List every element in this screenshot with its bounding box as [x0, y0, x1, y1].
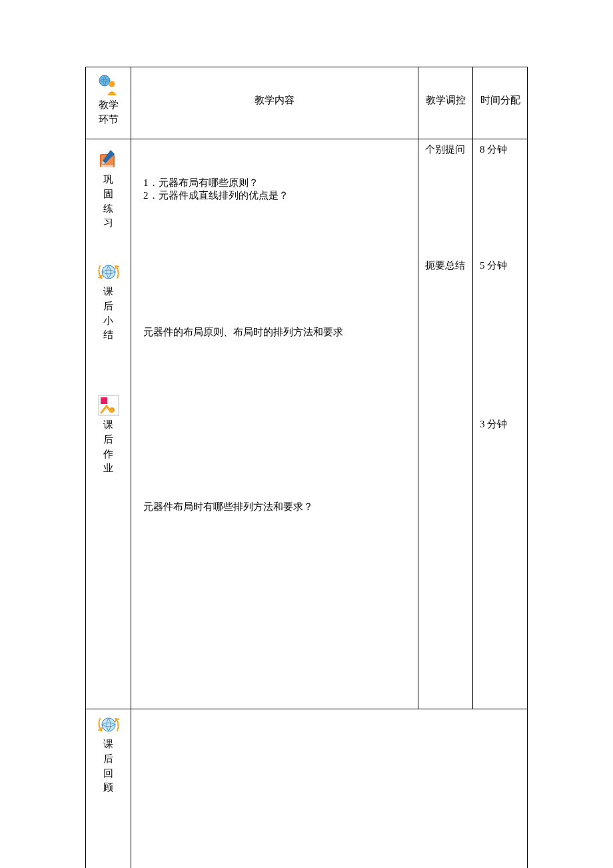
practice-label-3: 练	[89, 202, 128, 217]
review-row: 课 后 回 顾	[86, 709, 528, 869]
review-label-2: 后	[89, 752, 128, 767]
svg-point-1	[109, 81, 115, 87]
summary-content: 元器件的布局原则、布局时的排列方法和要求	[143, 326, 406, 339]
review-label-1: 课	[89, 737, 128, 752]
svg-rect-4	[101, 165, 113, 167]
svg-rect-7	[101, 397, 107, 404]
header-row: 教学环节 教学内容 教学调控 时间分配	[86, 67, 528, 139]
homework-label-2: 后	[89, 433, 128, 447]
homework-label-4: 业	[89, 461, 128, 476]
header-content-cell: 教学内容	[131, 67, 418, 139]
lesson-plan-table: 教学环节 教学内容 教学调控 时间分配	[85, 67, 528, 868]
practice-label-2: 固	[89, 187, 128, 202]
summary-control: 扼要总结	[425, 259, 466, 272]
practice-content-line2: 2．元器件成直线排列的优点是？	[143, 189, 406, 202]
main-control-cell: 个别提问 扼要总结	[418, 139, 473, 709]
review-content-cell	[131, 709, 528, 869]
header-stage-cell: 教学环节	[86, 67, 131, 139]
header-control-label: 教学调控	[426, 95, 466, 105]
summary-label-2: 后	[89, 299, 128, 314]
image-placeholder-icon	[97, 394, 120, 417]
main-content-cell: 1．元器布局有哪些原则？ 2．元器件成直线排列的优点是？ 元器件的布局原则、布局…	[131, 139, 418, 709]
homework-label-3: 作	[89, 447, 128, 462]
svg-point-0	[99, 75, 110, 86]
review-stage-cell: 课 后 回 顾	[86, 709, 131, 869]
homework-label-1: 课	[89, 418, 128, 433]
practice-content-line1: 1．元器布局有哪些原则？	[143, 177, 406, 189]
summary-label-1: 课	[89, 285, 128, 299]
main-time-cell: 8 分钟 5 分钟 3 分钟	[473, 139, 528, 709]
header-content-label: 教学内容	[255, 95, 295, 105]
practice-label-4: 习	[89, 216, 128, 231]
globe-person-icon	[97, 74, 120, 97]
svg-point-5	[102, 265, 115, 279]
review-content	[131, 709, 527, 725]
summary-time: 5 分钟	[480, 259, 520, 272]
homework-content: 元器件布局时有哪些排列方法和要求？	[143, 501, 406, 513]
main-stage-cell: 巩 固 练 习 课 后 小	[86, 139, 131, 709]
summary-label-4: 结	[89, 328, 128, 343]
practice-label-1: 巩	[89, 173, 128, 187]
practice-time: 8 分钟	[480, 143, 520, 156]
practice-control: 个别提问	[425, 143, 466, 156]
header-time-cell: 时间分配	[473, 67, 528, 139]
book-pencil-icon	[97, 149, 120, 171]
globe-arrows-icon	[97, 261, 120, 283]
summary-label-3: 小	[89, 314, 128, 329]
globe-arrows-icon	[97, 713, 120, 736]
header-time-label: 时间分配	[480, 95, 520, 105]
main-row: 巩 固 练 习 课 后 小	[86, 139, 528, 709]
header-stage-text: 教学环节	[89, 98, 128, 127]
review-label-4: 顾	[89, 781, 128, 795]
homework-time: 3 分钟	[480, 418, 520, 431]
review-label-3: 回	[89, 767, 128, 781]
svg-point-9	[102, 718, 115, 731]
header-control-cell: 教学调控	[418, 67, 473, 139]
